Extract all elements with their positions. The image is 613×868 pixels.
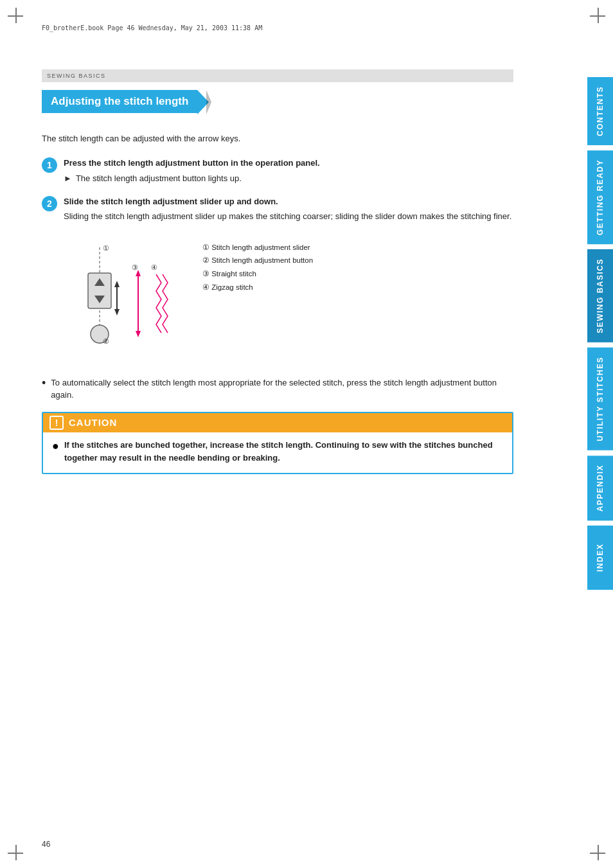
corner-mark-tl xyxy=(8,8,23,23)
caution-title: CAUTION xyxy=(69,417,117,428)
legend-item-2: ② Stitch length adjustment button xyxy=(202,254,313,267)
caution-content: ● If the stitches are bunched together, … xyxy=(52,439,503,466)
step-1-content: Press the stitch length adjustment butto… xyxy=(64,157,513,185)
section-header: SEWING BASICS xyxy=(42,69,513,82)
corner-mark-bl xyxy=(8,845,23,860)
legend: ① Stitch length adjustment slider ② Stit… xyxy=(202,241,313,294)
sidebar-tab-sewing-basics[interactable]: SEWING BASICS xyxy=(587,249,613,342)
svg-text:①: ① xyxy=(103,244,109,252)
svg-text:④: ④ xyxy=(151,263,157,271)
sidebar-tab-contents[interactable]: CONTENTS xyxy=(587,77,613,145)
diagram-svg: ① ② ③ ④ xyxy=(61,235,190,365)
step-1-number: 1 xyxy=(42,157,57,173)
step-2-number: 2 xyxy=(42,196,57,211)
svg-text:②: ② xyxy=(103,337,109,345)
step-1: 1 Press the stitch length adjustment but… xyxy=(42,157,513,185)
legend-item-3: ③ Straight stitch xyxy=(202,267,313,281)
intro-text: The stitch length can be adjusted with t… xyxy=(42,132,513,145)
legend-item-1: ① Stitch length adjustment slider xyxy=(202,241,313,254)
bullet-note: • To automatically select the stitch len… xyxy=(42,376,513,402)
step-1-arrow-icon: ► xyxy=(64,172,72,185)
step-1-result: ► The stitch length adjustment button li… xyxy=(64,172,513,185)
section-header-text: SEWING BASICS xyxy=(47,73,106,79)
svg-marker-13 xyxy=(114,281,120,287)
step-1-bold: Press the stitch length adjustment butto… xyxy=(64,157,513,170)
page-number: 46 xyxy=(42,840,50,849)
step-2: 2 Slide the stitch length adjustment sli… xyxy=(42,195,513,223)
caution-header: ! CAUTION xyxy=(43,413,512,432)
sidebar-tab-appendix[interactable]: APPENDIX xyxy=(587,456,613,520)
sidebar-tab-getting-ready[interactable]: GETTING READY xyxy=(587,150,613,244)
diagram-area: ① ② ③ ④ xyxy=(61,235,513,365)
title-arrow-shadow xyxy=(206,90,211,114)
bullet-note-text: To automatically select the stitch lengt… xyxy=(51,376,513,402)
svg-text:③: ③ xyxy=(132,263,138,271)
caution-bullet-dot: ● xyxy=(52,439,59,454)
step-2-content: Slide the stitch length adjustment slide… xyxy=(64,195,513,223)
bullet-dot-icon: • xyxy=(42,376,46,391)
caution-text: If the stitches are bunched together, in… xyxy=(64,439,503,466)
caution-box: ! CAUTION ● If the stitches are bunched … xyxy=(42,412,513,475)
main-content: Adjusting the stitch length The stitch l… xyxy=(42,90,513,829)
sidebar-tab-index[interactable]: INDEX xyxy=(587,526,613,590)
right-sidebar: CONTENTS GETTING READY SEWING BASICS UTI… xyxy=(529,0,613,868)
file-info: F0_brotherE.book Page 46 Wednesday, May … xyxy=(42,24,262,31)
legend-item-4: ④ Zigzag stitch xyxy=(202,281,313,294)
step-2-detail: Sliding the stitch length adjustment sli… xyxy=(64,210,513,223)
caution-warning-icon: ! xyxy=(49,416,64,430)
sidebar-tab-utility-stitches[interactable]: UTILITY STITCHES xyxy=(587,348,613,450)
section-title-box: Adjusting the stitch length xyxy=(42,90,197,113)
section-title: Adjusting the stitch length xyxy=(51,95,188,108)
step-1-result-text: The stitch length adjustment button ligh… xyxy=(76,172,242,185)
svg-marker-14 xyxy=(114,309,120,315)
svg-marker-10 xyxy=(136,331,141,337)
step-2-bold: Slide the stitch length adjustment slide… xyxy=(64,195,513,208)
